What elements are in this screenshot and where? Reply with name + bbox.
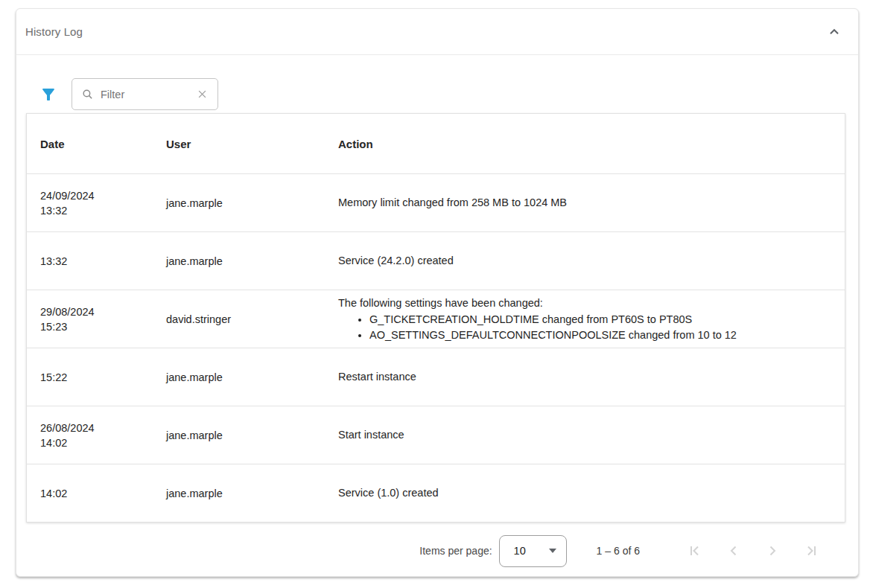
history-table: Date User Action 24/09/202413:32 jane.ma… [26, 113, 845, 523]
cell-action: Memory limit changed from 258 MB to 1024… [338, 195, 831, 211]
last-page-button[interactable] [796, 536, 826, 566]
table-row: 26/08/202414:02 jane.marple Start instan… [27, 406, 845, 464]
next-page-button[interactable] [758, 536, 787, 566]
range-label: 1 – 6 of 6 [597, 545, 640, 557]
paginator: Items per page: 10 1 – 6 of 6 [26, 523, 848, 579]
table-body: 24/09/202413:32 jane.marple Memory limit… [27, 173, 845, 522]
cell-user: jane.marple [166, 255, 338, 267]
filter-row [26, 78, 848, 110]
chevron-down-icon [549, 549, 556, 553]
cell-user: jane.marple [166, 197, 338, 209]
cell-action: Service (1.0) created [338, 485, 831, 501]
cell-action: Restart instance [338, 369, 831, 385]
table-header-row: Date User Action [27, 114, 845, 173]
page-size-value: 10 [514, 545, 526, 557]
cell-date: 14:02 [40, 486, 166, 501]
card-header: History Log [16, 9, 858, 55]
previous-page-icon [725, 542, 743, 560]
items-per-page-label: Items per page: [419, 545, 492, 557]
close-icon [197, 89, 208, 100]
collapse-panel-button[interactable] [824, 22, 845, 42]
search-icon [81, 88, 94, 100]
table-row: 24/09/202413:32 jane.marple Memory limit… [27, 173, 845, 231]
last-page-icon [802, 542, 820, 560]
cell-action: Start instance [338, 427, 831, 443]
cell-date: 29/08/202415:23 [40, 304, 166, 334]
cell-date: 24/09/202413:32 [40, 188, 166, 218]
filter-toggle-button[interactable] [39, 86, 57, 103]
history-log-card: History Log [16, 8, 859, 577]
table-row: 15:22 jane.marple Restart instance [27, 348, 845, 406]
cell-date: 26/08/202414:02 [40, 421, 166, 450]
first-page-icon [686, 542, 704, 560]
next-page-icon [763, 542, 781, 560]
cell-action: Service (24.2.0) created [338, 253, 831, 269]
filter-input-wrapper [72, 78, 218, 110]
filter-input[interactable] [101, 89, 194, 100]
cell-action: The following settings have been changed… [338, 295, 831, 343]
filter-funnel-icon [39, 86, 57, 103]
table-row: 29/08/202415:23 david.stringer The follo… [27, 290, 845, 348]
chevron-up-icon [826, 24, 842, 40]
column-header-action: Action [338, 138, 831, 150]
cell-user: jane.marple [166, 371, 338, 383]
table-row: 14:02 jane.marple Service (1.0) created [27, 464, 845, 522]
card-body: Date User Action 24/09/202413:32 jane.ma… [16, 55, 858, 579]
cell-user: jane.marple [166, 429, 338, 441]
panel-title: History Log [25, 25, 83, 38]
table-row: 13:32 jane.marple Service (24.2.0) creat… [27, 231, 845, 290]
first-page-button[interactable] [680, 536, 710, 566]
previous-page-button[interactable] [719, 536, 749, 566]
column-header-date: Date [40, 138, 166, 150]
column-header-user: User [166, 138, 338, 150]
cell-date: 13:32 [40, 254, 166, 269]
cell-user: david.stringer [166, 313, 338, 325]
cell-date: 15:22 [40, 370, 166, 385]
clear-filter-button[interactable] [194, 86, 210, 103]
page-size-select[interactable]: 10 [499, 535, 567, 567]
cell-user: jane.marple [166, 488, 338, 499]
